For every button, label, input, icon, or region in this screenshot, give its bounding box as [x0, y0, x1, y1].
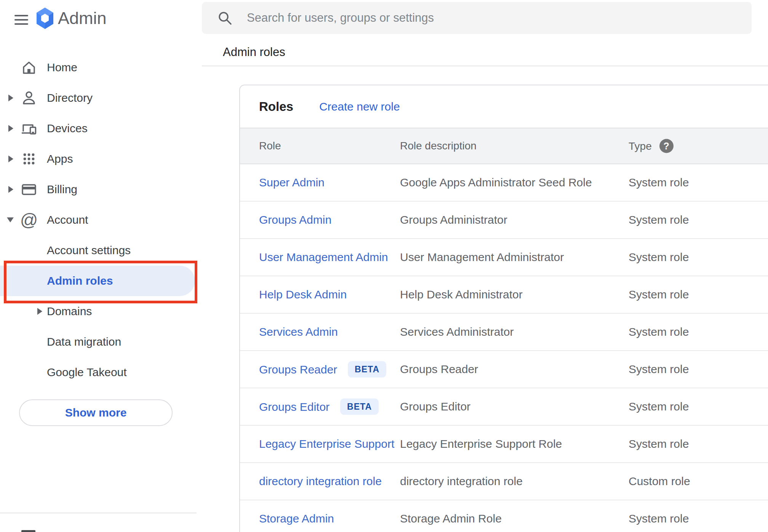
expand-arrow-icon[interactable] [8, 125, 13, 132]
table-row: Groups Editor BETA Groups Editor System … [240, 388, 768, 426]
role-link[interactable]: Help Desk Admin [259, 288, 347, 301]
help-icon[interactable]: ? [659, 139, 674, 153]
beta-badge: BETA [340, 399, 379, 415]
role-description-cell: directory integration role [400, 475, 523, 488]
beta-badge: BETA [348, 361, 386, 378]
search-icon [217, 10, 232, 26]
sidebar-item-billing[interactable]: Billing [0, 174, 202, 205]
table-row: Storage Admin Storage Admin Role System … [240, 500, 768, 532]
table-row: directory integration role directory int… [240, 463, 768, 500]
table-row: Groups Admin Groups Administrator System… [240, 202, 768, 239]
role-description-cell: Groups Administrator [400, 213, 507, 226]
create-new-role-link[interactable]: Create new role [319, 100, 400, 113]
column-header-role: Role [259, 140, 281, 152]
role-cell: User Management Admin [259, 251, 388, 264]
sidebar-item-devices[interactable]: Devices [0, 113, 202, 144]
role-link[interactable]: User Management Admin [259, 251, 388, 264]
role-type-cell: System role [629, 213, 689, 226]
expand-arrow-icon[interactable] [8, 155, 13, 162]
breadcrumb: Admin roles [223, 43, 285, 62]
column-header-description: Role description [400, 140, 477, 152]
sidebar-item-account-settings[interactable]: Account settings [0, 235, 202, 266]
role-link[interactable]: Groups Reader [259, 363, 337, 376]
role-type-cell: System role [629, 512, 689, 525]
role-description-cell: Help Desk Administrator [400, 288, 523, 301]
role-cell: Groups Reader BETA [259, 361, 386, 378]
expand-arrow-icon[interactable] [8, 95, 13, 101]
role-description-cell: Groups Reader [400, 363, 478, 376]
app-wordmark: Admin [58, 7, 107, 29]
sidebar-item-data-migration[interactable]: Data migration [0, 327, 202, 357]
show-more-button[interactable]: Show more [19, 399, 173, 426]
role-cell: Services Admin [259, 325, 338, 338]
role-type-cell: System role [629, 363, 689, 376]
role-description-cell: Google Apps Administrator Seed Role [400, 176, 592, 189]
role-type-cell: System role [629, 288, 689, 301]
table-header: Role Role description Type ? [240, 128, 768, 164]
roles-card: Roles Create new role Role Role descript… [239, 85, 768, 532]
role-description-cell: Services Administrator [400, 325, 514, 338]
person-icon [20, 87, 38, 109]
role-link[interactable]: directory integration role [259, 475, 382, 488]
role-cell: directory integration role [259, 475, 382, 488]
role-type-cell: System role [629, 437, 689, 450]
role-type-cell: System role [629, 325, 689, 338]
apps-grid-icon [20, 147, 38, 170]
role-link[interactable]: Groups Editor [259, 400, 330, 413]
role-description-cell: Legacy Enterprise Support Role [400, 437, 562, 450]
role-type-cell: System role [629, 400, 689, 413]
sidebar-item-google-takeout[interactable]: Google Takeout [0, 357, 202, 388]
partially-visible-sidebar-icon [21, 530, 35, 532]
at-icon: @ [20, 208, 38, 231]
role-link[interactable]: Super Admin [259, 176, 325, 189]
roles-table-body: Super Admin Google Apps Administrator Se… [240, 164, 768, 532]
role-description-cell: Storage Admin Role [400, 512, 502, 525]
role-cell: Groups Admin [259, 213, 331, 226]
role-cell: Help Desk Admin [259, 288, 347, 301]
sidebar-nav: Home Directory Devices [0, 52, 202, 388]
table-row: Services Admin Services Administrator Sy… [240, 314, 768, 351]
role-type-cell: System role [629, 251, 689, 264]
table-row: User Management Admin User Management Ad… [240, 239, 768, 276]
card-title: Roles [259, 99, 293, 114]
content-divider [202, 66, 768, 66]
expand-arrow-icon[interactable] [8, 186, 13, 193]
collapse-arrow-icon[interactable] [7, 218, 14, 223]
role-link[interactable]: Legacy Enterprise Support [259, 437, 394, 450]
table-row: Help Desk Admin Help Desk Administrator … [240, 276, 768, 314]
sidebar: Admin Home Directory [0, 0, 202, 532]
devices-icon [20, 117, 38, 140]
column-header-type: Type ? [629, 139, 674, 153]
card-header: Roles Create new role [240, 85, 768, 128]
search-bar[interactable] [202, 2, 752, 34]
role-cell: Groups Editor BETA [259, 399, 379, 415]
role-type-cell: Custom role [629, 475, 690, 488]
sidebar-item-apps[interactable]: Apps [0, 144, 202, 174]
role-link[interactable]: Groups Admin [259, 213, 331, 226]
sidebar-bottom-divider [0, 513, 197, 513]
sidebar-item-account[interactable]: @ Account [0, 205, 202, 235]
hamburger-menu-icon[interactable] [14, 11, 36, 28]
role-type-cell: System role [629, 176, 689, 189]
sidebar-item-home[interactable]: Home [0, 52, 202, 83]
expand-arrow-icon[interactable] [37, 308, 42, 315]
role-cell: Legacy Enterprise Support [259, 437, 394, 450]
billing-card-icon [20, 178, 38, 201]
sidebar-header: Admin [0, 0, 202, 42]
role-cell: Storage Admin [259, 512, 334, 525]
role-link[interactable]: Services Admin [259, 325, 338, 338]
sidebar-item-domains[interactable]: Domains [0, 296, 202, 327]
search-input[interactable] [247, 6, 752, 29]
home-icon [20, 56, 38, 79]
sidebar-item-directory[interactable]: Directory [0, 83, 202, 113]
role-link[interactable]: Storage Admin [259, 512, 334, 525]
role-description-cell: Groups Editor [400, 400, 470, 413]
table-row: Groups Reader BETA Groups Reader System … [240, 351, 768, 388]
role-cell: Super Admin [259, 176, 325, 189]
admin-hexagon-logo-icon [36, 7, 54, 30]
table-row: Legacy Enterprise Support Legacy Enterpr… [240, 426, 768, 463]
table-row: Super Admin Google Apps Administrator Se… [240, 164, 768, 202]
sidebar-item-admin-roles[interactable]: Admin roles [0, 266, 195, 296]
role-description-cell: User Management Administrator [400, 251, 564, 264]
